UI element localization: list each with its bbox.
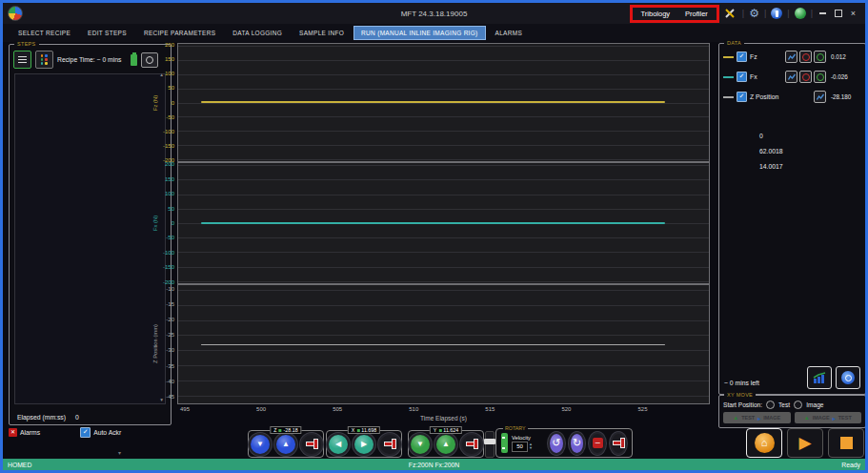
y-tick-label: 100 [159,71,174,76]
gridline [178,74,709,75]
chart-icon [813,372,827,384]
y-tick-label: -100 [159,250,174,256]
tab-select-recipe[interactable]: SELECT RECIPE [10,26,78,40]
rotary-rotate-ccw-button[interactable]: ↺ [548,432,565,455]
gridline [178,195,709,195]
blue-status-orb-icon[interactable] [771,8,782,19]
velocity-input[interactable]: 50 [512,442,528,452]
jog-z-limit-button[interactable] [300,433,323,456]
rotary-panel: ROTARY Velocity 50 ▲▼ ↺↻– [495,428,633,458]
jog-z-up-button[interactable]: ▲ [274,433,297,456]
series-checkbox[interactable]: ✓ [737,51,747,62]
start-position-radio-image[interactable] [794,401,802,409]
y-tick-label: 0 [159,100,174,106]
jog-y-down-button[interactable]: ▼ [409,433,432,456]
x-tick-label: 505 [333,406,342,412]
y-tick-label: 50 [159,206,174,212]
x-axis: 495500505510515520525Time Elapsed (s) [177,404,710,425]
start-position-radio-test[interactable] [766,401,775,409]
move-test-to-image-button[interactable]: ▲TEST▸IMAGE [723,412,791,423]
jog-group-y: Y11.624▼▲ [408,430,484,458]
jog-speed-slider[interactable] [485,431,495,458]
jog-x-right-button[interactable]: ▶ [353,433,375,456]
tab-edit-steps[interactable]: EDIT STEPS [80,26,134,40]
green-status-orb-icon[interactable] [795,8,806,19]
y-tick-label: -40 [159,379,174,384]
marker-green-button[interactable] [814,51,826,63]
close-button[interactable]: × [848,9,858,19]
steps-list[interactable] [14,73,166,404]
chevron-down-icon[interactable]: ▾ [118,449,121,456]
x-tick-label: 520 [561,406,571,412]
jog-y-limit-button[interactable] [460,433,483,456]
steps-group-label: STEPS [14,41,39,47]
tools-icon[interactable] [724,8,737,19]
gridline [178,380,709,381]
restore-button[interactable] [833,9,843,19]
y-tick-label: -45 [159,394,174,400]
gridline [178,116,709,117]
profiler-mode-button[interactable]: Profiler [685,10,708,18]
marker-green-button[interactable] [814,71,826,83]
gridline [178,396,709,397]
radio-label-test: Test [778,401,790,408]
rotary-limit-button[interactable] [610,432,627,455]
gridline [178,46,709,47]
gridline [178,145,709,146]
home-icon: ⌂ [755,433,775,453]
tab-sample-info[interactable]: SAMPLE INFO [292,26,352,40]
data-line-fz [201,101,665,103]
velocity-stepper[interactable]: ▲▼ [529,442,533,450]
x-tick-label: 525 [638,406,648,412]
view-chart-button[interactable] [807,366,832,389]
gridline [178,209,709,210]
annotation-highlight-box: Tribology Profiler [630,5,719,23]
play-button[interactable]: ▶ [787,428,823,458]
trend-button[interactable] [785,71,797,83]
step-list-view-button[interactable] [13,51,31,69]
status-bar: HOMED Fz:200N Fx:200N Ready [3,459,865,470]
jog-z-down-button[interactable]: ▼ [249,433,272,456]
minimize-button[interactable] [818,9,828,19]
elapsed-value: 0 [75,414,79,421]
step-grid-view-button[interactable] [35,51,53,69]
tab-alarms[interactable]: ALARMS [488,26,531,40]
tab-run-manual-inline-imaging-rig[interactable]: RUN (MANUAL INLINE IMAGING RIG) [353,26,485,40]
marker-red-button[interactable] [799,71,812,83]
y-tick-label: -150 [159,264,174,270]
trend-button[interactable] [785,51,797,63]
jog-y-up-button[interactable]: ▲ [434,433,457,456]
rotary-remove-button[interactable]: – [589,432,606,455]
series-value: -28.180 [831,93,861,100]
stop-button[interactable] [828,428,864,458]
data-line-fx [201,222,665,224]
data-panel: DATA ✓Fz0.012✓Fx-0.026✓Z Position-28.180… [718,43,866,395]
axis-position-value: 11.624 [443,427,458,433]
data-line-z-position [201,344,665,346]
tribology-mode-button[interactable]: Tribology [641,10,671,18]
y-tick-label: 200 [159,161,174,167]
status-center: Fz:200N Fx:200N [409,462,459,468]
series-checkbox[interactable]: ✓ [737,92,747,102]
data-group-label: DATA [724,40,744,46]
marker-red-button[interactable] [799,51,812,63]
tab-data-logging[interactable]: DATA LOGGING [225,26,290,40]
gridline [178,320,709,321]
trend-button[interactable] [814,91,826,103]
settings-gear-icon[interactable]: ⚙ [749,8,759,19]
jog-x-limit-button[interactable] [378,433,401,456]
auto-ack-checkbox[interactable]: ✓ [80,427,91,438]
home-button[interactable]: ⌂ [746,428,782,458]
axis-position-value: 11.698 [361,427,376,433]
series-color-swatch [723,76,734,78]
snapshot-button[interactable] [836,366,860,389]
rotary-rotate-cw-button[interactable]: ↻ [569,432,586,455]
tab-recipe-parameters[interactable]: RECIPE PARAMETERS [136,26,223,40]
series-checkbox[interactable]: ✓ [737,72,747,82]
xy-move-group-label: XY MOVE [724,392,756,398]
marker-red-icon [802,53,810,61]
slider-handle[interactable] [484,439,495,444]
jog-x-left-button[interactable]: ◀ [327,433,350,456]
move-image-to-test-button[interactable]: ▲IMAGE▸TEST [795,412,862,423]
series-color-swatch [723,56,734,58]
